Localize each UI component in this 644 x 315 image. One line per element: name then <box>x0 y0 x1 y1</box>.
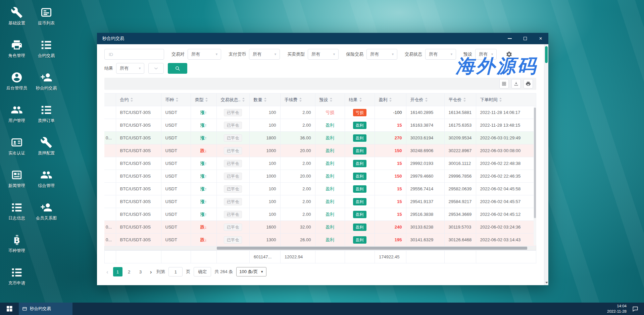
horizontal-scrollbar[interactable] <box>104 246 536 250</box>
jump-page-input[interactable] <box>168 267 183 276</box>
table-row[interactable]: BTC/USDT-30SUSDT涨↑已平仓1002.00亏损亏损-1001614… <box>104 106 536 119</box>
table-row[interactable]: BTC/USDT-30SUSDT涨↑已平仓1002.00盈利盈利1516163.… <box>104 119 536 132</box>
wrench-icon <box>40 136 53 149</box>
col-header[interactable]: 下单时间 <box>476 93 536 106</box>
taskbar-clock[interactable]: 14:04 2022-11-28 <box>607 304 627 314</box>
filter-select[interactable]: 所有▼ <box>366 49 397 60</box>
sort-icon[interactable] <box>499 98 502 102</box>
desktop-shortcut[interactable]: 质押配置 <box>32 134 61 167</box>
sort-icon[interactable] <box>176 98 179 102</box>
sort-icon[interactable] <box>264 98 267 102</box>
pagination: ‹ 123 › 到第 页 确定 共 264 条 100 条/页 ▼ <box>104 263 536 280</box>
table-vertical-scrollbar[interactable] <box>534 107 536 245</box>
desktop-shortcut[interactable]: 合约交易 <box>32 37 61 69</box>
result-badge: 盈利 <box>353 224 366 231</box>
sort-icon[interactable] <box>205 98 208 102</box>
column-settings-button[interactable] <box>504 49 514 59</box>
print-button[interactable] <box>524 79 533 88</box>
col-header[interactable]: 交易状态.. <box>216 93 249 106</box>
col-header[interactable]: 类型 <box>191 93 216 106</box>
window-scrollbar[interactable] <box>544 44 548 285</box>
prev-page-button[interactable]: ‹ <box>105 269 110 275</box>
window-scrollbar-thumb[interactable] <box>545 46 548 63</box>
table-row[interactable]: 0...BTC/USDT-30SUSDT涨↑已平仓180036.00盈利盈利27… <box>104 132 536 144</box>
sort-icon[interactable] <box>299 98 302 102</box>
col-header[interactable]: 手续费 <box>280 93 315 106</box>
desktop-shortcut[interactable]: 用户管理 <box>2 102 31 134</box>
export-button[interactable] <box>511 79 521 88</box>
table-row[interactable]: BTC/USDT-30SUSDT涨↑已平仓1002.00盈利盈利1529992.… <box>104 157 536 170</box>
table-row[interactable]: BTC/USDT-30SUSDT涨↑已平仓1002.00盈利盈利1529516.… <box>104 208 536 221</box>
desktop-shortcut[interactable]: 日志信息 <box>2 199 31 232</box>
users-icon <box>40 169 53 181</box>
table-row[interactable]: BTC/USDT-30SUSDT涨↑已平仓1002.00盈利盈利1529556.… <box>104 183 536 195</box>
window-titlebar[interactable]: 秒合约交易 ✕ <box>97 33 548 44</box>
filter-select[interactable]: 所有▼ <box>249 49 280 60</box>
maximize-button[interactable] <box>517 33 533 44</box>
scroll-down-arrow-icon[interactable] <box>545 282 548 284</box>
desktop-shortcut[interactable]: B币种管理 <box>2 232 31 264</box>
shortcut-label: 新闻管理 <box>8 183 25 189</box>
col-header[interactable]: 盈利 <box>375 93 406 106</box>
summary-cell: 601147... <box>250 251 281 263</box>
desktop-shortcut[interactable]: 会员关系图 <box>32 199 61 232</box>
search-button[interactable] <box>168 63 187 74</box>
table-row[interactable]: BTC/USDT-30SUSDT跌↓已平仓100020.00盈利盈利150302… <box>104 144 536 157</box>
horizontal-scrollbar-thumb[interactable] <box>217 247 527 250</box>
desktop-shortcut[interactable]: 实名认证 <box>2 134 31 167</box>
desktop-shortcut[interactable]: 综合管理 <box>32 167 61 199</box>
chat-icon[interactable] <box>632 306 639 312</box>
desktop-shortcut[interactable]: 角色管理 <box>2 37 31 69</box>
taskbar-app-button[interactable]: 秒合约交易 <box>19 303 72 315</box>
desktop-shortcut[interactable]: 基础设置 <box>2 4 31 37</box>
table-row[interactable]: BTC/USDT-30SUSDT涨↑已平仓1002.00盈利盈利1529541.… <box>104 195 536 208</box>
collapse-filters-button[interactable] <box>148 63 164 74</box>
sort-icon[interactable] <box>425 98 428 102</box>
cell-value: 150 <box>395 148 402 153</box>
minimize-button[interactable] <box>502 33 517 44</box>
col-header[interactable]: 预设 <box>315 93 345 106</box>
id-input[interactable] <box>104 49 164 60</box>
col-header[interactable]: 开仓价 <box>406 93 444 106</box>
sort-icon[interactable] <box>242 98 245 102</box>
sort-icon[interactable] <box>463 98 466 102</box>
sort-icon[interactable] <box>130 98 133 102</box>
desktop-shortcut[interactable]: 秒合约交易 <box>32 69 61 102</box>
filter-select[interactable]: 所有▼ <box>475 49 497 60</box>
desktop-shortcut[interactable]: 充币申请 <box>2 264 31 297</box>
status-tag: 已平仓 <box>224 224 242 231</box>
sort-icon[interactable] <box>359 98 362 102</box>
confirm-button[interactable]: 确定 <box>194 267 211 276</box>
start-button[interactable] <box>0 303 19 315</box>
desktop-shortcut[interactable]: 后台管理员 <box>2 69 31 102</box>
result-badge: 盈利 <box>353 198 366 205</box>
filter-select[interactable]: 所有▼ <box>308 49 339 60</box>
table-row[interactable]: 0...BTC/USDT-30SUSDT跌↓已平仓130026.00盈利盈利19… <box>104 234 536 246</box>
desktop-shortcut[interactable]: 新闻管理 <box>2 167 31 199</box>
close-button[interactable]: ✕ <box>533 33 548 44</box>
col-header[interactable]: 平仓价 <box>444 93 476 106</box>
result-select[interactable]: 所有 ▼ <box>116 63 144 74</box>
page-size-select[interactable]: 100 条/页 ▼ <box>236 267 266 276</box>
filter-select[interactable]: 所有▼ <box>425 49 456 60</box>
desktop-shortcut[interactable]: 提币列表 <box>32 4 61 37</box>
table-row[interactable]: 0...BTC/USDT-30SUSDT跌↓已平仓160032.00盈利盈利24… <box>104 221 536 234</box>
col-header[interactable]: 币种 <box>161 93 191 106</box>
filter-select[interactable]: 所有▼ <box>188 49 221 60</box>
table-toolbar <box>104 78 536 90</box>
result-badge: 盈利 <box>353 185 366 193</box>
page-number-3[interactable]: 3 <box>136 267 145 276</box>
table-vertical-scrollbar-thumb[interactable] <box>534 108 536 218</box>
cell-value: 15 <box>397 199 402 204</box>
page-number-1[interactable]: 1 <box>113 267 122 276</box>
columns-grid-button[interactable] <box>499 79 509 88</box>
col-header[interactable]: 数量 <box>249 93 280 106</box>
sort-icon[interactable] <box>330 98 333 102</box>
col-header[interactable]: 合约 <box>116 93 161 106</box>
sort-icon[interactable] <box>389 98 392 102</box>
next-page-button[interactable]: › <box>149 269 153 275</box>
desktop-shortcut[interactable]: 质押订单 <box>32 102 61 134</box>
page-number-2[interactable]: 2 <box>125 267 134 276</box>
table-row[interactable]: BTC/USDT-30SUSDT涨↑已平仓100020.00盈利盈利150299… <box>104 170 536 183</box>
col-header[interactable]: 结果 <box>345 93 375 106</box>
